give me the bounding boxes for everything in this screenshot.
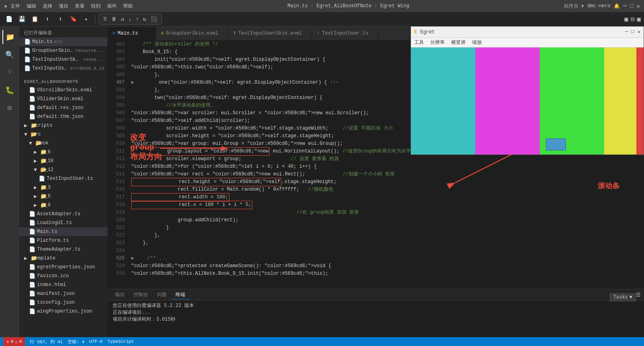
separator xyxy=(95,15,95,23)
tree-default-thm[interactable]: 📄 default.thm.json xyxy=(19,112,107,121)
menu-edit[interactable]: 编辑 xyxy=(27,3,36,10)
tree-vslider[interactable]: 📄 VSliderSkin.exml xyxy=(19,95,107,103)
fold-icon[interactable]: ▶ xyxy=(131,255,134,262)
tree-scripts[interactable]: ▶ 📁 scripts xyxy=(19,121,107,130)
menu-goto[interactable]: 转到 xyxy=(91,3,101,10)
tree-9-8[interactable]: ▶ 📁 9_8 xyxy=(19,201,107,210)
close-button[interactable]: ✕ xyxy=(637,3,640,10)
open-file-textinput[interactable]: 📄 TextInputUser.ts src\Book_9_12 xyxy=(19,64,107,73)
layout-left-button[interactable]: ▣ xyxy=(624,15,628,23)
layout-right-button[interactable]: ▣ xyxy=(637,15,641,23)
egret-menu-orientation[interactable]: 横竖屏 xyxy=(451,39,466,46)
tasks-dropdown[interactable]: Tasks ▼ xyxy=(610,293,636,301)
tree-tsconfig[interactable]: 📄 tsconfig.json xyxy=(19,298,107,307)
save-button[interactable]: 💾 xyxy=(16,14,27,25)
menu-project[interactable]: 项目 xyxy=(59,3,68,10)
tab-main-ts[interactable]: M Main.ts ✕ xyxy=(108,27,156,40)
tab-textinputskin[interactable]: T TextInputUserSkin.exml ✕ xyxy=(228,27,312,40)
git-icon[interactable]: ⑂ xyxy=(2,65,17,80)
tree-9-3[interactable]: ▶ 📁 9_3 xyxy=(19,183,107,192)
tree-vscroll[interactable]: 📄 VScrollBarSkin.exml xyxy=(19,86,107,95)
app-icon: ✈ xyxy=(4,3,7,10)
tree-9-6[interactable]: ▶ 📁 9_6 xyxy=(19,192,107,201)
extensions-icon[interactable]: ⊞ xyxy=(2,101,17,115)
menu-plugin[interactable]: 插件 xyxy=(107,3,117,10)
tree-platform[interactable]: 📄 Platform.ts xyxy=(19,236,107,245)
star-button[interactable]: ✦ xyxy=(80,14,92,25)
menu-select[interactable]: 选择 xyxy=(43,3,52,10)
tree-favicon[interactable]: 📄 favicon.ico xyxy=(19,272,107,280)
tree-wing-props[interactable]: 📄 wingProperties.json xyxy=(19,307,107,316)
code-content[interactable]: /** 滚动条Scroller 的使用 */ Book_9_15: { init… xyxy=(128,41,411,289)
egret-title: Egret xyxy=(420,29,435,35)
debug-pause-button[interactable]: ⏸ xyxy=(109,15,118,23)
folder-icon: ▶ 📁 xyxy=(34,158,40,164)
debug-restart-button[interactable]: ↺ xyxy=(119,15,126,23)
upload-button[interactable]: ⬆ xyxy=(42,14,53,25)
explorer-icon[interactable]: 📁 xyxy=(2,30,17,44)
tree-textinput-file[interactable]: 📄 TextInputUser.ts xyxy=(19,174,107,183)
folder-icon: ▶ 📁 xyxy=(24,255,31,262)
tree-src[interactable]: ▼ 📂 src xyxy=(19,130,107,139)
scroll-label: 滚动条 xyxy=(598,181,619,191)
tree-default-res[interactable]: 📄 default.res.json xyxy=(19,103,107,112)
egret-close-button[interactable]: ✕ xyxy=(638,29,640,35)
download-button[interactable]: ⬇ xyxy=(55,14,66,25)
menu-file[interactable]: 文件 xyxy=(10,3,20,10)
debug-step-into-button[interactable]: ↓ xyxy=(126,15,133,23)
fold-icon[interactable]: ▶ xyxy=(131,79,134,86)
new-file-button[interactable]: 📄 xyxy=(3,14,14,25)
egret-window[interactable]: E Egret ─ □ ✕ 工具 分辨率 横竖屏 缩放 xyxy=(411,27,644,155)
menu-view[interactable]: 查看 xyxy=(75,3,85,10)
layout-split-button[interactable]: ⊟ xyxy=(631,15,635,23)
egret-restore-button[interactable]: □ xyxy=(632,29,634,35)
tree-manifest[interactable]: 📄 manifest.json xyxy=(19,289,107,298)
egret-menu-resolution[interactable]: 分辨率 xyxy=(430,39,445,46)
debug-stop-button[interactable]: ⬛ xyxy=(149,15,159,23)
tree-8-6[interactable]: ▶ 📁 8_6 xyxy=(19,148,107,157)
menu-bar[interactable]: 文件 编辑 选择 项目 查看 转到 插件 帮助 xyxy=(10,3,133,10)
debug-icon[interactable]: 🐛 xyxy=(2,83,17,97)
file-icon: 📄 xyxy=(29,220,35,226)
tree-9-12[interactable]: ▼ 📂 9_12 xyxy=(19,165,107,174)
debug-step-out-button[interactable]: ↑ xyxy=(134,15,140,23)
tree-main[interactable]: 📄 Main.ts xyxy=(19,227,107,236)
tree-index[interactable]: 📄 index.html xyxy=(19,280,107,289)
restore-button[interactable]: □ xyxy=(630,3,633,9)
tree-loading[interactable]: 📄 LoadingUI.ts xyxy=(19,218,107,227)
tree-9-10[interactable]: ▶ 📁 9_10 xyxy=(19,157,107,165)
open-file-groupuser[interactable]: 📄 GroupUserSkin.exml resource... xyxy=(19,46,107,55)
file-icon: 📄 xyxy=(29,211,35,217)
panel-tab-console[interactable]: 控制台 xyxy=(130,290,152,299)
egret-menu-zoom[interactable]: 缩放 xyxy=(472,39,482,46)
open-file-textinputskin[interactable]: 📄 TextInputUserSkin.exml resou... xyxy=(19,55,107,64)
panel-tab-problems[interactable]: 问题 xyxy=(153,290,171,299)
egret-minimize-button[interactable]: ─ xyxy=(625,29,628,35)
panel-tab-output[interactable]: 输出 xyxy=(111,290,129,299)
debug-continue-button[interactable]: ↻ xyxy=(141,15,148,23)
line-numbers: 4824834844854864875035045055065075085095… xyxy=(108,41,128,289)
scroll-indicator-box xyxy=(546,138,566,150)
file-icon: 📄 xyxy=(29,237,35,244)
menu-help[interactable]: 帮助 xyxy=(123,3,133,10)
open-file-main[interactable]: 📄 Main.ts src xyxy=(19,37,107,46)
tab-textinput[interactable]: T TextInputUser.ts ✕ xyxy=(312,27,378,40)
search-icon[interactable]: 🔍 xyxy=(2,47,17,62)
tree-egret-props[interactable]: 📄 egretProperties.json xyxy=(19,263,107,272)
tab-groupuser[interactable]: G GroupUserSkin.exml ✕ xyxy=(156,27,228,40)
tree-book[interactable]: ▼ 📂 Book xyxy=(19,139,107,148)
copy-button[interactable]: 📋 xyxy=(29,14,40,25)
notification-icon[interactable]: 🔔 xyxy=(614,3,620,9)
panel-tab-terminal[interactable]: 终端 xyxy=(171,290,189,299)
file-icon: 📄 xyxy=(29,229,35,235)
file-path: src\Book_9_12 xyxy=(70,66,104,71)
egret-menu-tools[interactable]: 工具 xyxy=(414,39,424,46)
minimize-button[interactable]: ─ xyxy=(623,2,627,10)
panel-list-icon[interactable]: ☰ xyxy=(636,292,641,298)
tree-template[interactable]: ▶ 📁 template xyxy=(19,254,107,263)
tree-asset[interactable]: 📄 AssetAdapter.ts xyxy=(19,210,107,218)
tree-theme[interactable]: 📄 ThemeAdapter.ts xyxy=(19,245,107,254)
main-area: 📁 🔍 ⑂ 🐛 ⊞ 已打开编辑器 📄 Main.ts src 📄 GroupUs… xyxy=(0,27,644,337)
bookmark-button[interactable]: 🔖 xyxy=(68,14,79,25)
error-count[interactable]: ✕ 0 ⚠ 0 xyxy=(3,337,25,346)
